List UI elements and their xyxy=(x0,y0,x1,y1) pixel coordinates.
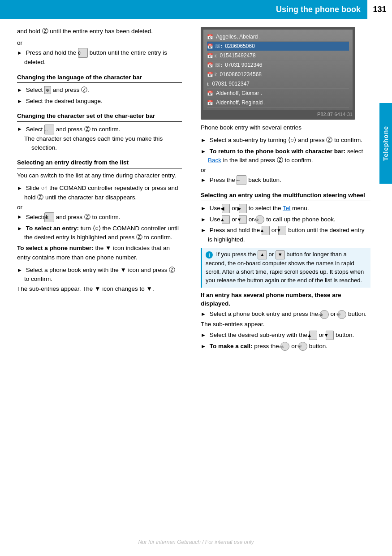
arrow-icon: ► xyxy=(17,267,22,273)
make-call-label: To make a call: xyxy=(210,343,253,349)
phone-circle-btn2: ☏ xyxy=(298,342,307,351)
select-entry-label: To select an entry: xyxy=(26,225,79,232)
section1-item2: ► Select the desired language. xyxy=(17,97,182,106)
arrow-icon: ► xyxy=(17,126,22,132)
header-title-area: Using the phone book xyxy=(0,0,366,19)
info-box: i If you press the ▲ or ▼ button for lon… xyxy=(201,248,370,287)
s4-item3: ► Press and hold the ▲ or ▼ button until… xyxy=(201,226,370,244)
entry-phone: 07031 9012346 xyxy=(225,62,262,68)
sub-entries-appear: The sub-entries appear. xyxy=(208,320,370,329)
arrow-icon: ► xyxy=(17,225,22,232)
lang-btn: ☫ xyxy=(44,86,51,94)
section3-item3: ► To select an entry: turn ⟨○⟩ the COMAN… xyxy=(17,224,182,242)
phonebook-entries: 📅 Aggelles, Abelard . 📅 ☏: 0286065060 📅 … xyxy=(203,30,353,110)
s4-item2: ► Use ▲ or ▼ or ok to call up the phone … xyxy=(201,215,370,224)
phone-entry-8: 📅 Aldenhoff, Reginald . xyxy=(207,98,349,108)
phone-circle-btn: ☏ xyxy=(337,310,346,319)
down-btn3: ▼ xyxy=(326,331,334,340)
press-hold-item: ► Press and hold the c button until the … xyxy=(17,48,182,67)
entry-phone: 0286065060 xyxy=(225,43,255,49)
arrow-icon: ► xyxy=(201,343,206,349)
back-link: Back xyxy=(208,157,221,164)
right-btn: ▶ xyxy=(239,204,247,213)
entry-icon: i: xyxy=(207,81,210,86)
left-btn: ◀ xyxy=(222,204,230,213)
arrow-icon: ► xyxy=(201,137,206,143)
phone-entry-5: 📅 i: 01608601234568 xyxy=(207,70,349,79)
left-column: and hold Ⓩ until the entire entry has be… xyxy=(0,19,193,361)
s4-item4: ► Select a phone book entry and press th… xyxy=(201,310,370,329)
entry-phone: 01608601234568 xyxy=(220,71,262,78)
arrow-icon: ► xyxy=(201,205,206,211)
phone-entry-4: 📅 ☏: 07031 9012346 xyxy=(207,60,349,70)
arrow-icon: ► xyxy=(201,227,206,233)
up-btn: ▲ xyxy=(222,215,230,224)
ok-circle-btn2: ok xyxy=(320,310,329,319)
section2-desc: The character set changes each time you … xyxy=(24,134,182,153)
footer-text: Nur für internen Gebrauch / For internal… xyxy=(138,539,254,545)
phone-entry-6: i: 07031 9012347 xyxy=(207,79,349,89)
arrow-icon: ► xyxy=(17,50,22,56)
section2-item1: ► Select ... and press Ⓩ to confirm. The… xyxy=(17,125,182,153)
page-header: Using the phone book 131 xyxy=(0,0,392,19)
arrow-icon: ► xyxy=(17,98,22,104)
down-btn: ▼ xyxy=(239,215,247,224)
up-btn-info: ▲ xyxy=(258,250,267,259)
section3-intro: You can switch to the list at any time d… xyxy=(17,171,182,180)
side-tab-label: Telephone xyxy=(382,126,389,161)
s4-item6: ► To make a call: press the ok or ☏ butt… xyxy=(201,342,370,351)
arrow-icon: ► xyxy=(201,216,206,223)
entry-icon: 📅 i: xyxy=(207,72,217,78)
s4-item1: ► Use ◀ or ▶ to select the Tel menu. xyxy=(201,204,370,213)
section3-heading: Selecting an entry directly from the lis… xyxy=(17,159,182,168)
section4-heading: Selecting an entry using the multifuncti… xyxy=(201,191,370,201)
section3-item1: ► Slide ○↑ the COMAND controller repeate… xyxy=(17,184,182,202)
section1-item1: ► Select ☫ and press Ⓩ. xyxy=(17,86,182,95)
select-phone-label: To select a phone number: xyxy=(17,245,94,251)
right-item1: ► Select a sub-entry by turning ⟨○⟩ and … xyxy=(201,136,370,145)
phone-entry-7: 📅 Aldenhoff, Giomar . xyxy=(207,89,349,98)
back-button: ← xyxy=(237,175,246,185)
entry-icon: 📅 xyxy=(207,100,213,106)
arrow-icon: ► xyxy=(201,311,206,317)
arrow-icon: ► xyxy=(201,332,206,338)
arrow-icon: ► xyxy=(17,214,22,220)
phone-entry-1: 📅 Aggelles, Abelard . xyxy=(207,32,349,42)
entry-icon: 📅 xyxy=(207,34,213,40)
down-btn2: ▼ xyxy=(278,226,286,235)
page-title: Using the phone book xyxy=(276,5,361,14)
page-footer: Nur für internen Gebrauch / For internal… xyxy=(0,539,392,545)
or-3: or xyxy=(201,167,370,173)
several-numbers-heading: If an entry has several phone numbers, t… xyxy=(201,291,370,308)
entry-name: Aldenhoff, Reginald . xyxy=(216,99,266,106)
entry-phone: 015415492478 xyxy=(220,52,256,59)
phone-entry-3: 📅 i: 015415492478 xyxy=(207,51,349,60)
ok-button: ok xyxy=(44,212,54,222)
section3-item5b: The sub-entries appear. The ▼ icon chang… xyxy=(24,284,182,293)
phonebook-caption: Phone book entry with several entries xyxy=(201,123,370,132)
tel-menu-label: Tel xyxy=(283,205,290,211)
s4-item5: ► Select the desired sub-entry with the … xyxy=(201,331,370,340)
arrow-icon: ► xyxy=(17,185,22,191)
phone-entry-2: 📅 ☏: 0286065060 xyxy=(207,42,349,51)
section2-heading: Changing the character set of the char‑a… xyxy=(17,112,182,122)
page-number: 131 xyxy=(366,0,392,19)
phonebook-image: 📅 Aggelles, Abelard . 📅 ☏: 0286065060 📅 … xyxy=(201,27,355,120)
section1-heading: Changing the language of the character b… xyxy=(17,73,182,83)
c-button: c xyxy=(78,48,88,58)
or-1: or xyxy=(17,39,182,46)
or-2: or xyxy=(17,204,182,211)
up-btn3: ▲ xyxy=(309,331,317,340)
entry-phone: 07031 9012347 xyxy=(212,81,250,87)
arrow-icon: ► xyxy=(201,177,206,183)
down-btn-info: ▼ xyxy=(276,250,285,259)
entry-icon: 📅 ☏: xyxy=(207,43,222,49)
ok-circle-btn: ok xyxy=(255,215,264,224)
right-column: 📅 Aggelles, Abelard . 📅 ☏: 0286065060 📅 … xyxy=(193,19,379,361)
right-item3: ► Press the ← back button. xyxy=(201,175,370,185)
entry-name: Aldenhoff, Giomar . xyxy=(216,90,262,96)
arrow-icon: ► xyxy=(17,87,22,93)
phonebook-img-code: P82.87-6414-31 xyxy=(203,112,353,117)
press-hold-text: Press and hold the c button until the en… xyxy=(24,49,167,65)
arrow-icon: ► xyxy=(201,148,206,155)
